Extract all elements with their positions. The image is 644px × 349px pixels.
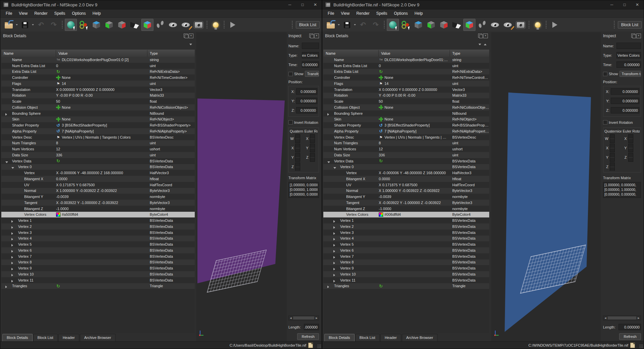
position-y-input[interactable]: 0.000000 [296, 98, 317, 104]
table-row[interactable]: Vertex 2 BSVertexData [323, 223, 489, 230]
table-row[interactable]: Normal X 1.000000 Y -0.003922 Z -0.00392… [1, 188, 195, 194]
position-x-input[interactable]: 0.000000 [296, 88, 317, 95]
table-row[interactable]: Num Vertices 12 ushort [1, 146, 195, 152]
expand-arrow-icon[interactable] [11, 256, 13, 258]
expand-arrow-icon[interactable] [11, 274, 13, 276]
table-row[interactable]: Vertex X -0.000006 Y -48.000000 Z 168.00… [323, 170, 489, 176]
expand-arrow-icon[interactable] [333, 226, 335, 229]
table-row[interactable]: Bitangent Y -0.0039 normbyte [323, 194, 489, 200]
value-spinner[interactable] [628, 134, 633, 143]
table-row[interactable]: Vertex 9 BSVertexData [1, 265, 195, 271]
view-front-button[interactable] [425, 19, 437, 31]
invert-rotation-checkbox[interactable] [288, 120, 293, 124]
close-button[interactable]: ✕ [309, 0, 322, 9]
dock-tab[interactable]: Block Details [2, 334, 33, 341]
view-side-button[interactable] [438, 19, 450, 31]
menu-item[interactable]: Spells [51, 10, 69, 17]
screenshot-button[interactable] [514, 19, 526, 31]
view-user-button[interactable] [463, 19, 475, 31]
table-row[interactable]: Bitangent Z -1.0000 normbyte [323, 206, 489, 212]
open-dropdown-arrow-icon[interactable] [337, 19, 340, 31]
table-row[interactable]: Vertex 5 BSVertexData [323, 241, 489, 247]
table-row[interactable]: Vertex Data BSVertexData [323, 158, 489, 164]
table-row[interactable]: Vertex Desc Vertex | UVs | Normals | Tan… [1, 134, 195, 140]
table-row[interactable]: Num Extra Data List 0 uint [323, 63, 489, 69]
float-panel-icon[interactable] [184, 34, 188, 38]
table-row[interactable]: Bounding Sphere NiBound [323, 110, 489, 116]
table-row[interactable]: Vertex 3 BSVertexData [323, 230, 489, 236]
dock-tab[interactable]: Block Details [324, 334, 355, 341]
close-panel-icon[interactable]: × [483, 34, 488, 38]
value-spinner[interactable] [310, 153, 315, 162]
expand-arrow-icon[interactable] [11, 232, 13, 235]
menu-item[interactable]: Render [353, 10, 373, 17]
select-vertex-button[interactable] [400, 19, 412, 31]
column-header-type[interactable]: Type [450, 50, 489, 57]
float-panel-icon[interactable] [478, 34, 482, 38]
expand-arrow-icon[interactable] [11, 280, 13, 282]
close-panel-icon[interactable]: × [189, 34, 193, 38]
table-row[interactable]: Bitangent X 0.0000 hfloat [323, 176, 489, 182]
scroll-left-icon[interactable]: ◀ [289, 316, 293, 320]
save-file-button[interactable] [19, 19, 31, 31]
open-file-button[interactable] [325, 19, 337, 31]
lighting-button[interactable] [532, 19, 544, 31]
value-spinner[interactable] [628, 153, 633, 162]
title-bar[interactable]: BuildHighBorderTile.nif - NifSkope 2.0 D… [322, 0, 644, 9]
table-row[interactable]: Vertex 11 BSVertexData [1, 277, 195, 283]
table-row[interactable]: Bitangent Y -0.0039 normbyte [1, 194, 195, 200]
edit-visibility-button[interactable] [502, 19, 514, 31]
expand-arrow-icon[interactable] [11, 226, 13, 229]
table-row[interactable]: Vertex 1 BSVertexData [323, 217, 489, 223]
expand-arrow-icon[interactable] [11, 268, 13, 270]
float-panel-icon[interactable] [309, 34, 313, 38]
menu-item[interactable]: Options [390, 10, 411, 17]
value-spinner[interactable] [295, 134, 300, 143]
table-row[interactable]: Translation X 0.000000 Y 0.000000 Z 0.00… [1, 87, 195, 93]
column-header-type[interactable]: Type [147, 50, 195, 57]
table-row[interactable]: Data Size 336 uint [323, 152, 489, 158]
minimize-button[interactable]: ─ [283, 0, 296, 9]
dock-tab[interactable]: Archive Browser [80, 334, 116, 341]
scroll-right-icon[interactable]: ▶ [637, 316, 641, 320]
name-input[interactable] [302, 43, 319, 49]
table-row[interactable]: Alpha Property 7 [NiAlphaProperty] Ref<N… [1, 128, 195, 134]
table-row[interactable]: Vertex 1 BSVertexData [1, 217, 195, 223]
block-list-dock-label[interactable]: Block List [296, 21, 320, 29]
name-input[interactable] [616, 43, 641, 49]
walk-mode-button[interactable] [476, 19, 488, 31]
value-spinner[interactable] [295, 144, 300, 152]
horizontal-scrollbar[interactable]: ◀ ▶ [288, 315, 319, 320]
position-x-input[interactable]: 0.000000 [611, 88, 639, 95]
menu-item[interactable]: View [337, 10, 353, 17]
value-spinner[interactable] [628, 144, 633, 152]
table-row[interactable]: Alpha Property 7 [NiAlphaProperty] Ref<N… [323, 128, 489, 134]
expand-arrow-icon[interactable] [333, 232, 335, 235]
show-hidden-button[interactable] [167, 19, 179, 31]
minimize-button[interactable]: ─ [605, 0, 618, 9]
select-object-button[interactable] [387, 19, 399, 31]
table-row[interactable]: Bitangent Z -1.0000 normbyte [1, 206, 195, 212]
menu-item[interactable]: Options [68, 10, 89, 17]
resize-grip[interactable] [639, 344, 643, 348]
table-row[interactable]: Vertex Desc Vertex | UVs | Normals | Tan… [323, 134, 489, 140]
table-row[interactable]: Vertex 10 BSVertexData [1, 271, 195, 277]
table-row[interactable]: Num Triangles 8 uint [1, 140, 195, 146]
menu-item[interactable]: File [324, 10, 337, 17]
column-header-value[interactable]: Value [56, 50, 147, 57]
dock-tab[interactable]: Archive Browser [402, 334, 438, 341]
table-row[interactable]: Num Triangles 8 uint [323, 140, 489, 146]
walk-mode-button[interactable] [154, 19, 166, 31]
table-row[interactable]: Extra Data List Ref<NiExtraData> [1, 69, 195, 75]
scroll-left-icon[interactable]: ◀ [603, 316, 607, 320]
open-file-button[interactable] [3, 19, 15, 31]
table-row[interactable]: Vertex X -0.000006 Y -48.000000 Z 168.00… [1, 170, 195, 176]
expand-arrow-icon[interactable] [333, 268, 335, 270]
invert-rotation-checkbox[interactable] [603, 120, 607, 124]
view-flip-button[interactable] [129, 19, 141, 31]
expand-arrow-icon[interactable] [5, 286, 7, 288]
table-row[interactable]: Shader Property 3 [BSEffectShaderPropert… [323, 122, 489, 128]
refresh-button[interactable]: Refresh [297, 333, 319, 340]
table-row[interactable]: Rotation Y -0.00 P 0.00 R -0.00 Matrix33 [323, 93, 489, 99]
table-row[interactable]: Vertex 2 BSVertexData [1, 223, 195, 230]
